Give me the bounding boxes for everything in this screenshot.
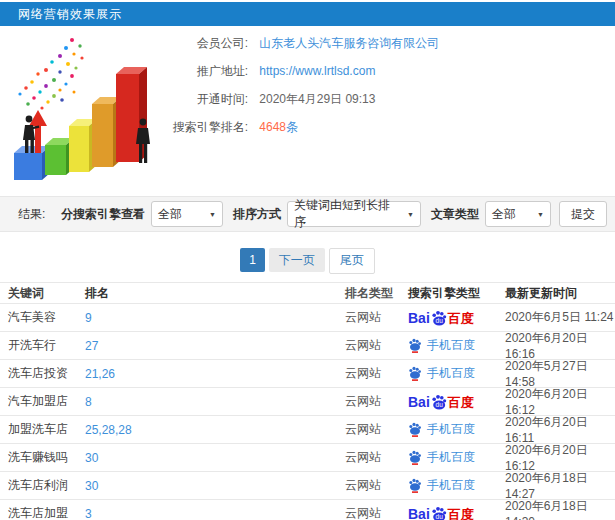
- rank-type-cell: 云网站: [345, 477, 408, 494]
- page-1-button[interactable]: 1: [240, 248, 265, 272]
- page: 网络营销效果展示: [0, 0, 615, 520]
- rank-link[interactable]: 25,28,28: [85, 423, 345, 437]
- keyword-cell: 开洗车行: [0, 337, 85, 354]
- keyword-cell: 汽车美容: [0, 309, 85, 326]
- article-type-label: 文章类型: [431, 206, 479, 223]
- article-type-select[interactable]: 全部 ▼: [485, 201, 551, 227]
- rank-link[interactable]: 9: [85, 311, 345, 325]
- engine-filter-label: 分搜索引擎查看: [61, 206, 145, 223]
- last-page-button[interactable]: 尾页: [329, 248, 375, 274]
- engine-cell: Bai du 百度: [408, 506, 505, 520]
- rank-link[interactable]: 21,26: [85, 367, 345, 381]
- open-time-value: 2020年4月29日 09:13: [259, 92, 375, 106]
- update-time-cell: 2020年6月20日 16:12: [505, 386, 615, 417]
- update-time-cell: 2020年6月20日 16:12: [505, 442, 615, 473]
- baidu-logo-cn-text: 百度: [448, 312, 474, 325]
- baidu-logo-bai-text: Bai: [408, 507, 430, 520]
- summary-section: 会员公司: 山东老人头汽车服务咨询有限公司 推广地址: https://www.…: [0, 26, 615, 196]
- filter-bar: 结果: 分搜索引擎查看 全部 ▼ 排序方式 关键词由短到长排序 ▼ 文章类型 全…: [0, 196, 615, 232]
- mobile-baidu-label: 手机百度: [427, 477, 475, 494]
- rank-type-cell: 云网站: [345, 421, 408, 438]
- header-rank-type: 排名类型: [345, 285, 408, 302]
- rank-type-cell: 云网站: [345, 505, 408, 520]
- baidu-logo-bai-text: Bai: [408, 311, 430, 325]
- chevron-down-icon: ▼: [407, 211, 414, 218]
- sort-order-select[interactable]: 关键词由短到长排序 ▼: [287, 201, 421, 227]
- mobile-baidu-logo: 手机百度: [408, 365, 475, 382]
- promo-url-row: 推广地址: https://www.lrtlsd.com: [164, 63, 615, 79]
- mobile-baidu-label: 手机百度: [427, 449, 475, 466]
- rank-type-cell: 云网站: [345, 393, 408, 410]
- bar-red: [116, 67, 147, 162]
- baidu-paw-icon: du: [431, 506, 447, 520]
- table-header-row: 关键词 排名 排名类型 搜索引擎类型 最新更新时间: [0, 282, 615, 304]
- baidu-logo-cn-text: 百度: [448, 508, 474, 520]
- engine-rank-value: 4648条: [259, 120, 298, 134]
- mobile-baidu-logo: 手机百度: [408, 477, 475, 494]
- keyword-cell: 洗车店投资: [0, 365, 85, 382]
- keyword-cell: 汽车加盟店: [0, 393, 85, 410]
- chevron-down-icon: ▼: [209, 211, 216, 218]
- sort-order-value: 关键词由短到长排序: [294, 197, 401, 231]
- baidu-paw-icon: du: [431, 394, 447, 410]
- sort-order-label: 排序方式: [233, 206, 281, 223]
- rank-link[interactable]: 3: [85, 507, 345, 520]
- mobile-baidu-paw-icon: [408, 338, 422, 353]
- promo-url-link[interactable]: https://www.lrtlsd.com: [259, 64, 375, 78]
- rank-link[interactable]: 27: [85, 339, 345, 353]
- pagination: 1 下一页 尾页: [0, 248, 615, 274]
- engine-rank-row: 搜索引擎排名: 4648条: [164, 119, 615, 135]
- mobile-baidu-paw-icon: [408, 366, 422, 381]
- mobile-baidu-label: 手机百度: [427, 365, 475, 382]
- rank-type-cell: 云网站: [345, 449, 408, 466]
- engine-cell: Bai du 百度: [408, 394, 505, 409]
- engine-cell: 手机百度: [408, 365, 505, 382]
- rank-link[interactable]: 30: [85, 479, 345, 493]
- engine-cell: 手机百度: [408, 449, 505, 466]
- mobile-baidu-logo: 手机百度: [408, 421, 475, 438]
- page-title: 网络营销效果展示: [0, 6, 122, 23]
- next-page-button[interactable]: 下一页: [269, 248, 325, 272]
- svg-text:du: du: [435, 513, 443, 520]
- member-company-row: 会员公司: 山东老人头汽车服务咨询有限公司: [164, 35, 615, 51]
- header-rank: 排名: [85, 285, 345, 302]
- rank-link[interactable]: 30: [85, 451, 345, 465]
- mobile-baidu-logo: 手机百度: [408, 337, 475, 354]
- update-time-cell: 2020年6月18日 14:30: [505, 498, 615, 520]
- update-time-cell: 2020年6月18日 14:27: [505, 470, 615, 501]
- rank-type-cell: 云网站: [345, 309, 408, 326]
- baidu-logo-cn-text: 百度: [448, 396, 474, 409]
- table-row: 汽车美容 9 云网站 Bai du 百度 2020年6月5日 11:24: [0, 304, 615, 332]
- table-row: 开洗车行 27 云网站 手机百度 2020年6月20日 16:16: [0, 332, 615, 360]
- baidu-logo: Bai du 百度: [408, 506, 474, 520]
- rank-unit: 条: [286, 120, 298, 134]
- page-header: 网络营销效果展示: [0, 2, 615, 26]
- mobile-baidu-label: 手机百度: [427, 421, 475, 438]
- keyword-cell: 洗车店利润: [0, 477, 85, 494]
- engine-cell: Bai du 百度: [408, 310, 505, 325]
- keyword-cell: 洗车赚钱吗: [0, 449, 85, 466]
- mobile-baidu-paw-icon: [408, 422, 422, 437]
- mobile-baidu-paw-icon: [408, 478, 422, 493]
- baidu-logo-bai-text: Bai: [408, 395, 430, 409]
- growth-chart-illustration: [2, 30, 182, 190]
- search-engine-filter-select[interactable]: 全部 ▼: [151, 201, 223, 227]
- table-row: 洗车店利润 30 云网站 手机百度 2020年6月18日 14:27: [0, 472, 615, 500]
- engine-cell: 手机百度: [408, 477, 505, 494]
- member-company-link[interactable]: 山东老人头汽车服务咨询有限公司: [259, 36, 439, 50]
- update-time-cell: 2020年6月20日 16:11: [505, 414, 615, 445]
- submit-button[interactable]: 提交: [559, 201, 607, 227]
- filter-controls: 分搜索引擎查看 全部 ▼ 排序方式 关键词由短到长排序 ▼ 文章类型 全部 ▼ …: [51, 201, 607, 227]
- svg-text:du: du: [435, 317, 443, 324]
- table-row: 洗车赚钱吗 30 云网站 手机百度 2020年6月20日 16:12: [0, 444, 615, 472]
- table-row: 洗车店加盟 3 云网站 Bai du 百度 2020年6月18日 14:30: [0, 500, 615, 520]
- header-engine-type: 搜索引擎类型: [408, 285, 505, 302]
- engine-cell: 手机百度: [408, 421, 505, 438]
- update-time-cell: 2020年6月20日 16:16: [505, 330, 615, 361]
- engine-filter-value: 全部: [158, 206, 182, 223]
- baidu-logo: Bai du 百度: [408, 394, 474, 409]
- baidu-paw-icon: du: [431, 310, 447, 326]
- mobile-baidu-paw-icon: [408, 450, 422, 465]
- header-update-time: 最新更新时间: [505, 285, 615, 302]
- rank-link[interactable]: 8: [85, 395, 345, 409]
